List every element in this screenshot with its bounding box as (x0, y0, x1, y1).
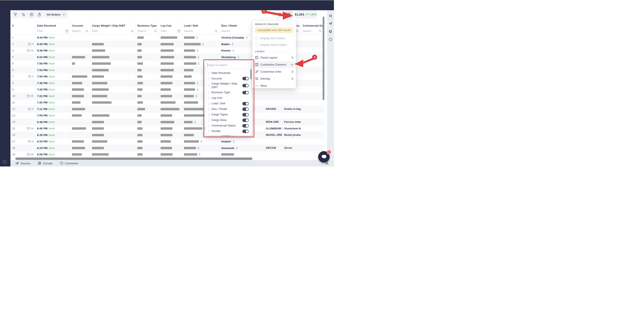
table-row[interactable]: 166:39 PMfreshMalaboNICKEL ORENickel pro… (10, 132, 324, 139)
freshness-label: fresh (48, 42, 55, 46)
cell-commercial-status (301, 119, 324, 125)
column-header-date[interactable]: Date Received (35, 20, 70, 28)
menu-item-density[interactable]: Density (252, 75, 296, 82)
table-row[interactable]: 137:00 PMfresh (10, 112, 324, 119)
column-header-cw[interactable]: Cargo Weight / Ship DWT (90, 20, 136, 28)
bottombar-tab-sources[interactable]: Sources (15, 162, 31, 165)
received-time: 7:20 PM (37, 101, 48, 104)
menu-item-panel-layout[interactable]: Panel Layout (252, 54, 296, 61)
mail-icon (28, 75, 31, 78)
anchor-icon (232, 49, 235, 52)
cell-business-type (136, 145, 159, 151)
mail-count-value: 14 (31, 127, 34, 130)
add-order-button[interactable] (28, 11, 35, 18)
cell-business-type (136, 119, 159, 125)
spiral-icon[interactable] (329, 30, 332, 33)
table-row[interactable]: 15146:40 PMfreshALUMINIUM BRAluminium fe… (10, 125, 324, 132)
search-icon (296, 29, 299, 32)
column-filter-bt[interactable]: Search (136, 28, 159, 34)
redacted-text (160, 56, 174, 58)
menu-item-more[interactable]: More (252, 82, 296, 89)
filter-placeholder: Filter (160, 29, 167, 32)
redacted-text (160, 88, 171, 91)
redacted-text (160, 95, 172, 97)
column-header-label: Disc / Redel (221, 24, 237, 27)
orders-filter-dropdown[interactable]: All Orders (44, 11, 68, 18)
cell-laycan (159, 41, 182, 47)
filter-placeholder: Filter (37, 29, 43, 32)
cell-laycan (159, 93, 182, 99)
sort-button[interactable] (20, 11, 27, 18)
cell-business-type (136, 138, 159, 145)
redacted-text (160, 114, 172, 117)
column-header-label: # (12, 24, 14, 27)
table-row[interactable]: 1297:11 PMfreshGRAINSGrains in bags (10, 106, 324, 113)
spiral-icon (38, 162, 41, 165)
column-filter-acct[interactable]: Search (70, 28, 90, 34)
filter-button[interactable] (12, 11, 19, 18)
vertical-scrollbar[interactable] (323, 16, 324, 100)
redacted-text (72, 82, 82, 84)
cell-laycan (159, 99, 182, 106)
column-header-ld[interactable]: Load / Deli (182, 20, 220, 28)
horizontal-scrollbar[interactable] (15, 158, 252, 160)
panel-view-button[interactable] (276, 11, 284, 18)
table-row[interactable]: 146:48 PMfreshIRON OREFerrous metals (10, 119, 324, 126)
columns-icon (255, 63, 258, 66)
checkbox-display-gone-orders[interactable]: Display Gone Orders (252, 41, 296, 48)
anchor-icon (196, 88, 199, 91)
redacted-text (160, 36, 177, 39)
column-header-lc[interactable]: Lay-Can (159, 20, 182, 28)
column-header-bt[interactable]: Business Type (136, 20, 159, 28)
bubble-icon (60, 162, 63, 165)
bubble-icon[interactable] (329, 38, 332, 41)
redacted-text (137, 56, 142, 58)
cell-date: 7:56 PMfresh (35, 60, 70, 67)
column-filter-ld[interactable]: Search (182, 28, 220, 34)
cell-cargo-weight (90, 41, 136, 47)
column-filter-cw[interactable]: Filter (90, 28, 136, 34)
redacted-text (184, 49, 195, 52)
redacted-text (92, 147, 104, 149)
table-row[interactable]: 186:24 PMfreshSavannahZIRCONZircon (10, 145, 324, 152)
column-filter-num[interactable] (10, 28, 35, 34)
mail-count: 25 (27, 94, 34, 97)
table-row[interactable]: 19166:08 PMfresh (10, 151, 324, 158)
mail-count: 4 (28, 42, 34, 45)
column-filter-comm[interactable]: Search (301, 28, 324, 34)
bottombar-tab-comments[interactable]: Comments (60, 162, 78, 165)
redacted-text (160, 101, 176, 104)
checkbox-box (255, 37, 258, 40)
bottombar-tab-circular[interactable]: Circular (38, 162, 52, 165)
cell-cargo-desc: Zircon (282, 145, 301, 151)
redacted-text (184, 36, 195, 39)
cell-load-deli (182, 34, 220, 41)
column-filter-date[interactable]: Filter (35, 28, 70, 34)
column-filter-lc[interactable]: Filter (159, 28, 182, 34)
cell-date: 7:11 PMfresh (35, 106, 70, 112)
rail-chat-bubble-icon[interactable] (2, 160, 7, 165)
cell-num: 9 (10, 86, 35, 93)
checkbox-display-new-orders[interactable]: Display New Orders (252, 35, 296, 41)
freshness-label: fresh (48, 101, 55, 104)
cell-date: 8:44 PMfresh (35, 34, 70, 41)
menu-item-customise-units[interactable]: Customise Units (252, 68, 296, 75)
unavailable-note: Unavailable over 300 results (255, 27, 294, 33)
table-row[interactable]: 117:20 PMfresh (10, 99, 324, 106)
share-export-button[interactable] (36, 11, 43, 18)
menu-item-customise-columns[interactable]: Customise Columns (252, 61, 296, 68)
table-row[interactable]: 1766:34 PMfreshImabari (10, 138, 324, 145)
received-time: 6:39 PM (37, 133, 48, 137)
cell-commercial-status (301, 41, 324, 47)
row-number: 19 (12, 153, 15, 156)
send-icon[interactable] (329, 22, 332, 25)
table-row[interactable]: 10257:23 PMfresh (10, 93, 324, 100)
settings-gear-button[interactable] (285, 11, 292, 18)
cell-laycan (159, 54, 182, 60)
chevrons-left-icon[interactable] (329, 14, 332, 17)
column-header-comm[interactable]: Commercial Status (301, 20, 324, 28)
redacted-text (92, 56, 110, 58)
column-header-acct[interactable]: Account (70, 20, 90, 28)
redacted-text (184, 127, 202, 130)
column-header-num[interactable]: # (10, 20, 35, 28)
